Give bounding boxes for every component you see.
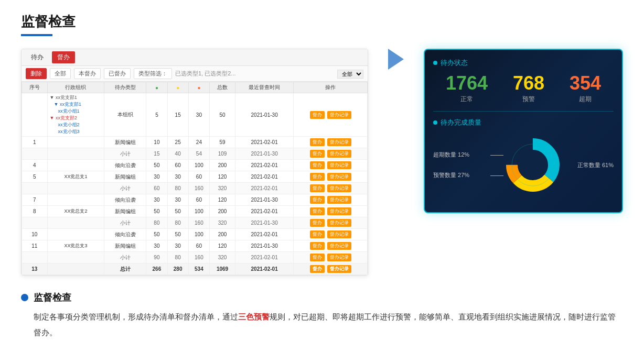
action-jilu[interactable]: 督办记录: [327, 207, 351, 215]
filter-done[interactable]: 已督办: [104, 68, 131, 79]
table-row: 小计 80 80 160 320 2021-01-30 督办 督办记录: [22, 217, 368, 229]
action-jilu[interactable]: 督办记录: [327, 161, 351, 169]
action-jilu[interactable]: 督办记录: [327, 230, 351, 238]
table-row: 11 XX党总支3 新闻编组 30 30 60 120 2021-01-30 督…: [22, 240, 368, 252]
title-underline: [21, 34, 52, 36]
blue-dot-icon: [21, 294, 28, 301]
action-duban[interactable]: 督办: [310, 207, 325, 215]
page-title: 监督检查: [21, 13, 623, 31]
tab-duban[interactable]: 督办: [52, 51, 75, 63]
table-row: 小计 60 80 160 320 2021-02-01 督办 督办记录: [22, 183, 368, 194]
table-row: 10 倾向沿袭 50 50 100 200 2021-02-01 督办 督办记录: [22, 229, 368, 240]
table-topbar: 待办 督办: [22, 49, 368, 66]
action-duban[interactable]: 督办: [310, 230, 325, 238]
filter-selected: 已选类型1, 已选类型2...: [175, 70, 236, 78]
bottom-section: 监督检查 制定各事项分类管理机制，形成待办清单和督办清单，通过三色预警规则，对已…: [21, 291, 623, 340]
highlight-text: 三色预警: [238, 312, 270, 321]
table-row: 7 倾向沿袭 30 30 60 120 2021-01-30 督办 督办记录: [22, 194, 368, 206]
table-row: 8 XX党总支2 新闻编组 50 50 100 200 2021-02-01 督…: [22, 206, 368, 217]
donut-chart: 超期数量 12% 预警数量 27%: [433, 134, 614, 196]
filter-type[interactable]: 类型筛选：: [134, 68, 172, 79]
action-duban[interactable]: 督办: [310, 138, 325, 146]
quality-section: 待办完成质量 超期数量 12% 预警数量 27%: [433, 118, 614, 196]
status-section: 待办状态 1764 正常 768 预警 354 超期: [433, 58, 614, 104]
status-normal: 1764 正常: [446, 74, 488, 104]
action-jilu[interactable]: 督办记录: [327, 150, 351, 158]
quality-title: 待办完成质量: [433, 118, 614, 127]
col-date: 最近督查时间: [235, 82, 294, 93]
table-row: 小计 15 40 54 109 2021-01-30 督办 督办记录: [22, 148, 368, 160]
arrow-right-icon: [388, 49, 404, 70]
label-normal: 正常数量 61%: [577, 161, 614, 169]
col-total: 总数: [210, 82, 235, 93]
table-panel: 待办 督办 删除 全部 本督办 已督办 类型筛选： 已选类型1, 已选类型2..…: [21, 49, 368, 276]
action-duban[interactable]: 督办: [310, 265, 325, 273]
svg-point-4: [518, 150, 548, 180]
filter-bar: 删除 全部 本督办 已督办 类型筛选： 已选类型1, 已选类型2... 全部: [22, 66, 368, 82]
panel-divider: [433, 111, 614, 112]
table-row: 小计 90 80 160 320 2021-02-01 督办 督办记录: [22, 252, 368, 263]
action-duban[interactable]: 督办: [310, 184, 325, 192]
col-seq: 序号: [22, 82, 48, 93]
tab-daiban[interactable]: 待办: [26, 51, 49, 63]
filter-local[interactable]: 本督办: [74, 68, 101, 79]
col-type: 待办类型: [104, 82, 146, 93]
donut-labels-right: 正常数量 61%: [577, 161, 614, 169]
section-heading: 监督检查: [21, 291, 623, 304]
action-duban[interactable]: 督办: [310, 219, 325, 227]
filter-all[interactable]: 全部: [50, 68, 71, 79]
action-duban[interactable]: 督办: [310, 254, 325, 261]
action-duban[interactable]: 督办: [310, 150, 325, 158]
col-action: 操作: [294, 82, 368, 93]
status-numbers: 1764 正常 768 预警 354 超期: [433, 74, 614, 104]
col-normal: ●: [146, 82, 167, 93]
quality-dot: [433, 120, 437, 125]
label-warning: 预警数量 27%: [433, 171, 488, 179]
label-overdue: 超期数量 12%: [433, 151, 488, 159]
status-dot: [433, 61, 437, 65]
action-jilu[interactable]: 督办记录: [327, 265, 351, 273]
section-heading-text: 监督检查: [34, 291, 71, 304]
action-duban[interactable]: 督办: [310, 111, 325, 119]
donut-svg: [501, 134, 564, 196]
action-jilu[interactable]: 督办记录: [327, 184, 351, 192]
action-jilu[interactable]: 督办记录: [327, 254, 351, 261]
action-jilu[interactable]: 督办记录: [327, 219, 351, 227]
description-text: 制定各事项分类管理机制，形成待办清单和督办清单，通过三色预警规则，对已超期、即将…: [21, 309, 623, 340]
action-jilu[interactable]: 督办记录: [327, 242, 351, 250]
status-warning: 768 预警: [513, 74, 544, 104]
table-row: 1 新闻编组 10 25 24 59 2021-02-01 督办 督办记录: [22, 137, 368, 148]
filter-dropdown[interactable]: 全部: [337, 70, 363, 79]
arrow-container: [383, 49, 409, 70]
action-duban[interactable]: 督办: [310, 196, 325, 204]
main-content: 待办 督办 删除 全部 本督办 已督办 类型筛选： 已选类型1, 已选类型2..…: [21, 49, 623, 276]
table-row: ▼ xx党支部1 ▼ xx党支部1 xx党小组1 ▼ xx党支部2 xx党小组2…: [22, 93, 368, 137]
action-duban[interactable]: 督办: [310, 161, 325, 169]
table-row: 5 XX党总支1 新闻编组 30 30 60 120 2021-02-01 督办…: [22, 171, 368, 183]
col-org: 行政组织: [47, 82, 104, 93]
action-duban[interactable]: 督办: [310, 242, 325, 250]
col-warning: ●: [167, 82, 188, 93]
filter-delete[interactable]: 删除: [26, 68, 47, 79]
table-row-total: 13 总计 266 280 534 1069 2021-02-01 督办 督办记…: [22, 263, 368, 275]
donut-labels-left: 超期数量 12% 预警数量 27%: [433, 151, 488, 179]
action-jilu[interactable]: 督办记录: [327, 138, 351, 146]
action-jilu[interactable]: 督办记录: [327, 111, 351, 119]
donut-svg-wrapper: [488, 134, 577, 196]
action-jilu[interactable]: 督办记录: [327, 173, 351, 181]
status-title: 待办状态: [433, 58, 614, 68]
dashboard-panel: 待办状态 1764 正常 768 预警 354 超期: [424, 49, 623, 213]
table-row: 4 倾向沿袭 50 60 100 200 2021-02-01 督办 督办记录: [22, 160, 368, 171]
action-jilu[interactable]: 督办记录: [327, 196, 351, 204]
status-overdue: 354 超期: [570, 74, 601, 104]
data-table: 序号 行政组织 待办类型 ● ● ● 总数 最近督查时间 操作: [22, 82, 368, 275]
action-duban[interactable]: 督办: [310, 173, 325, 181]
col-overdue: ●: [188, 82, 209, 93]
